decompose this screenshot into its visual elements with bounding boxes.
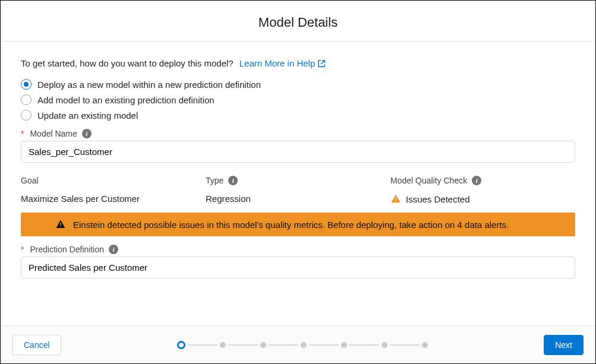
goal-label: Goal [21, 176, 206, 185]
step-connector [309, 344, 339, 346]
required-indicator: * [21, 245, 24, 254]
deploy-option-update-label: Update an existing model [37, 110, 138, 121]
step-dot-1[interactable] [177, 341, 185, 349]
required-indicator: * [21, 129, 24, 138]
step-dot-7[interactable] [422, 342, 428, 348]
step-connector [349, 344, 379, 346]
info-icon[interactable]: i [109, 245, 118, 254]
form-body: To get started, how do you want to deplo… [1, 42, 595, 286]
learn-more-link[interactable]: Learn More in Help [239, 58, 326, 68]
step-connector [188, 344, 217, 346]
info-icon[interactable]: i [82, 129, 92, 138]
step-dot-2[interactable] [220, 342, 226, 348]
svg-rect-1 [395, 201, 396, 202]
step-connector [269, 344, 298, 346]
svg-rect-0 [395, 197, 396, 200]
prediction-definition-input[interactable] [21, 257, 575, 278]
deploy-prompt-row: To get started, how do you want to deplo… [21, 58, 575, 68]
page-title: Model Details [1, 15, 595, 30]
model-name-label-row: * Model Name i [21, 129, 575, 138]
page-header: Model Details [1, 1, 595, 42]
info-icon[interactable]: i [472, 176, 481, 185]
wizard-footer: Cancel Next [1, 325, 595, 363]
svg-rect-3 [60, 226, 61, 227]
deploy-option-add-label: Add model to an existing prediction defi… [37, 95, 215, 105]
meta-labels-row: Goal Maximize Sales per Customer Typei R… [21, 176, 575, 204]
step-dot-4[interactable] [301, 342, 307, 348]
type-label: Typei [206, 176, 390, 185]
radio-icon [21, 94, 31, 105]
prediction-definition-label: Prediction Definition [30, 245, 104, 254]
quality-value: Issues Detected [390, 194, 575, 204]
step-connector [390, 344, 420, 346]
step-connector [228, 344, 258, 346]
deploy-prompt-text: To get started, how do you want to deplo… [21, 58, 234, 68]
alert-message: Einstein detected possible issues in thi… [73, 220, 509, 230]
external-link-icon [317, 59, 326, 68]
progress-stepper [177, 341, 428, 349]
model-name-input[interactable] [21, 141, 575, 163]
learn-more-label: Learn More in Help [239, 58, 316, 68]
prediction-definition-label-row: * Prediction Definition i [21, 245, 575, 254]
quality-alert-bar: Einstein detected possible issues in thi… [21, 213, 575, 236]
step-dot-3[interactable] [260, 342, 266, 348]
quality-value-text: Issues Detected [406, 194, 470, 204]
deploy-option-update[interactable]: Update an existing model [21, 110, 575, 121]
radio-icon [21, 79, 31, 90]
goal-value: Maximize Sales per Customer [21, 194, 206, 204]
deploy-option-new-label: Deploy as a new model within a new predi… [37, 80, 261, 90]
deploy-option-add[interactable]: Add model to an existing prediction defi… [21, 94, 575, 105]
warning-icon [55, 219, 66, 230]
step-dot-5[interactable] [341, 342, 347, 348]
deploy-option-new[interactable]: Deploy as a new model within a new predi… [21, 79, 575, 90]
quality-label: Model Quality Checki [390, 176, 575, 185]
radio-icon [21, 110, 31, 121]
model-name-label: Model Name [30, 129, 77, 138]
warning-icon [390, 194, 401, 204]
step-dot-6[interactable] [381, 342, 387, 348]
info-icon[interactable]: i [228, 176, 238, 185]
next-button[interactable]: Next [544, 335, 584, 355]
cancel-button[interactable]: Cancel [12, 335, 61, 355]
deploy-radio-group: Deploy as a new model within a new predi… [21, 79, 575, 121]
svg-rect-2 [60, 223, 61, 226]
type-value: Regression [206, 194, 390, 204]
